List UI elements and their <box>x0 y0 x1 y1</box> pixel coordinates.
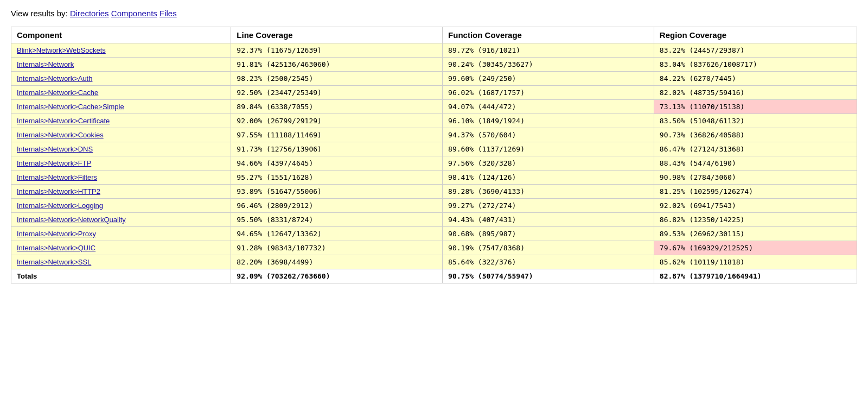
cell-function: 90.24% (30345/33627) <box>443 58 654 72</box>
table-row: Internals>Network>HTTP293.89% (51647/550… <box>11 185 857 199</box>
cell-function: 94.43% (407/431) <box>443 213 654 227</box>
totals-line: 92.09% (703262/763660) <box>231 269 443 283</box>
component-link[interactable]: Blink>Network>WebSockets <box>17 46 106 54</box>
component-link[interactable]: Internals>Network>Certificate <box>17 117 110 125</box>
component-link[interactable]: Internals>Network>Logging <box>17 201 103 210</box>
cell-function: 98.41% (124/126) <box>443 171 654 185</box>
component-link[interactable]: Internals>Network>Cookies <box>17 131 104 139</box>
view-results-prefix: View results by: <box>11 9 70 18</box>
component-link[interactable]: Internals>Network>HTTP2 <box>17 187 100 195</box>
table-row: Internals>Network>FTP94.66% (4397/4645)9… <box>11 156 857 171</box>
cell-function: 90.68% (895/987) <box>443 227 654 241</box>
totals-function: 90.75% (50774/55947) <box>443 269 654 283</box>
cell-function: 99.27% (272/274) <box>443 199 654 213</box>
totals-row: Totals92.09% (703262/763660)90.75% (5077… <box>11 269 857 283</box>
cell-function: 99.60% (249/250) <box>443 72 654 86</box>
table-row: Internals>Network>Cache92.50% (23447/253… <box>11 86 857 100</box>
cell-region: 85.62% (10119/11818) <box>654 255 857 269</box>
cell-component: Internals>Network>Cookies <box>11 128 231 142</box>
view-results-bar: View results by: Directories Components … <box>11 9 857 18</box>
files-link[interactable]: Files <box>159 9 177 18</box>
cell-region: 90.98% (2784/3060) <box>654 171 857 185</box>
cell-region: 83.04% (837626/1008717) <box>654 58 857 72</box>
cell-function: 89.28% (3690/4133) <box>443 185 654 199</box>
cell-region: 86.82% (12350/14225) <box>654 213 857 227</box>
cell-function: 96.02% (1687/1757) <box>443 86 654 100</box>
cell-line: 94.65% (12647/13362) <box>231 227 443 241</box>
cell-line: 91.28% (98343/107732) <box>231 241 443 255</box>
cell-line: 92.50% (23447/25349) <box>231 86 443 100</box>
cell-line: 95.50% (8331/8724) <box>231 213 443 227</box>
cell-function: 94.07% (444/472) <box>443 100 654 114</box>
directories-link[interactable]: Directories <box>70 9 109 18</box>
totals-label: Totals <box>11 269 231 283</box>
cell-component: Internals>Network>Filters <box>11 171 231 185</box>
table-row: Internals>Network>Auth98.23% (2500/2545)… <box>11 72 857 86</box>
cell-component: Blink>Network>WebSockets <box>11 43 231 58</box>
cell-component: Internals>Network>Certificate <box>11 114 231 128</box>
cell-region: 90.73% (36826/40588) <box>654 128 857 142</box>
table-row: Internals>Network>SSL82.20% (3698/4499)8… <box>11 255 857 269</box>
cell-function: 89.60% (1137/1269) <box>443 142 654 156</box>
cell-component: Internals>Network>Cache>Simple <box>11 100 231 114</box>
table-header-row: Component Line Coverage Function Coverag… <box>11 27 857 43</box>
cell-region: 92.02% (6941/7543) <box>654 199 857 213</box>
table-row: Internals>Network>DNS91.73% (12756/13906… <box>11 142 857 156</box>
component-link[interactable]: Internals>Network>DNS <box>17 145 93 153</box>
cell-component: Internals>Network>SSL <box>11 255 231 269</box>
cell-line: 91.73% (12756/13906) <box>231 142 443 156</box>
component-link[interactable]: Internals>Network>Auth <box>17 74 92 83</box>
component-link[interactable]: Internals>Network>Filters <box>17 173 97 181</box>
component-link[interactable]: Internals>Network>NetworkQuality <box>17 216 126 224</box>
cell-function: 94.37% (570/604) <box>443 128 654 142</box>
component-link[interactable]: Internals>Network>SSL <box>17 258 91 266</box>
component-link[interactable]: Internals>Network>FTP <box>17 159 91 167</box>
cell-line: 82.20% (3698/4499) <box>231 255 443 269</box>
header-function: Function Coverage <box>443 27 654 43</box>
cell-region: 82.02% (48735/59416) <box>654 86 857 100</box>
component-link[interactable]: Internals>Network <box>17 60 74 68</box>
component-link[interactable]: Internals>Network>Proxy <box>17 230 96 238</box>
cell-line: 98.23% (2500/2545) <box>231 72 443 86</box>
cell-line: 91.81% (425136/463060) <box>231 58 443 72</box>
cell-region: 79.67% (169329/212525) <box>654 241 857 255</box>
totals-region: 82.87% (1379710/1664941) <box>654 269 857 283</box>
table-row: Blink>Network>WebSockets92.37% (11675/12… <box>11 43 857 58</box>
cell-component: Internals>Network>DNS <box>11 142 231 156</box>
cell-component: Internals>Network>QUIC <box>11 241 231 255</box>
table-row: Internals>Network>Cache>Simple89.84% (63… <box>11 100 857 114</box>
table-row: Internals>Network>Logging96.46% (2809/29… <box>11 199 857 213</box>
cell-region: 84.22% (6270/7445) <box>654 72 857 86</box>
cell-line: 92.37% (11675/12639) <box>231 43 443 58</box>
coverage-table: Component Line Coverage Function Coverag… <box>11 27 857 283</box>
cell-line: 93.89% (51647/55006) <box>231 185 443 199</box>
cell-component: Internals>Network>FTP <box>11 156 231 171</box>
cell-function: 97.56% (320/328) <box>443 156 654 171</box>
component-link[interactable]: Internals>Network>Cache <box>17 89 98 97</box>
header-line: Line Coverage <box>231 27 443 43</box>
component-link[interactable]: Internals>Network>Cache>Simple <box>17 103 124 111</box>
cell-line: 97.55% (11188/11469) <box>231 128 443 142</box>
cell-region: 83.50% (51048/61132) <box>654 114 857 128</box>
cell-component: Internals>Network>Logging <box>11 199 231 213</box>
cell-line: 92.00% (26799/29129) <box>231 114 443 128</box>
table-row: Internals>Network>Certificate92.00% (267… <box>11 114 857 128</box>
cell-component: Internals>Network>NetworkQuality <box>11 213 231 227</box>
components-link[interactable]: Components <box>111 9 157 18</box>
cell-function: 89.72% (916/1021) <box>443 43 654 58</box>
cell-component: Internals>Network>Auth <box>11 72 231 86</box>
cell-component: Internals>Network>Cache <box>11 86 231 100</box>
cell-component: Internals>Network>Proxy <box>11 227 231 241</box>
header-component: Component <box>11 27 231 43</box>
header-region: Region Coverage <box>654 27 857 43</box>
cell-region: 81.25% (102595/126274) <box>654 185 857 199</box>
table-row: Internals>Network>Filters95.27% (1551/16… <box>11 171 857 185</box>
cell-component: Internals>Network <box>11 58 231 72</box>
cell-line: 96.46% (2809/2912) <box>231 199 443 213</box>
table-row: Internals>Network91.81% (425136/463060)9… <box>11 58 857 72</box>
cell-region: 73.13% (11070/15138) <box>654 100 857 114</box>
component-link[interactable]: Internals>Network>QUIC <box>17 244 95 252</box>
cell-line: 89.84% (6338/7055) <box>231 100 443 114</box>
table-row: Internals>Network>NetworkQuality95.50% (… <box>11 213 857 227</box>
cell-line: 95.27% (1551/1628) <box>231 171 443 185</box>
